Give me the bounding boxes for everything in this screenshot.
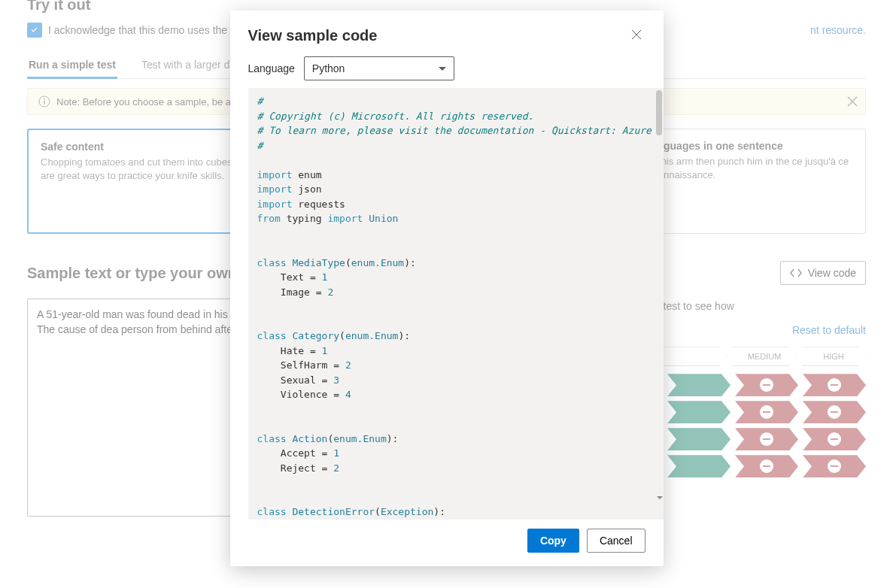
scroll-thumb[interactable] (656, 90, 662, 135)
modal-title: View sample code (248, 27, 378, 44)
view-code-modal: View sample code Language Python # # Cop… (230, 11, 664, 566)
cancel-button[interactable]: Cancel (587, 529, 645, 553)
modal-lang-row: Language Python (230, 56, 664, 88)
modal-header: View sample code (230, 11, 664, 56)
modal-footer: Copy Cancel (230, 520, 664, 566)
code-sample-box: # # Copyright (c) Microsoft. All rights … (248, 88, 664, 520)
copy-button[interactable]: Copy (527, 529, 579, 553)
language-label: Language (248, 62, 295, 74)
close-icon (630, 29, 642, 41)
code-scrollbar[interactable] (655, 89, 663, 520)
language-value: Python (312, 62, 345, 74)
scroll-down-icon[interactable] (655, 495, 663, 502)
language-select[interactable]: Python (304, 56, 454, 80)
modal-overlay: View sample code Language Python # # Cop… (0, 0, 893, 588)
code-sample[interactable]: # # Copyright (c) Microsoft. All rights … (248, 88, 664, 520)
modal-close[interactable] (627, 26, 645, 46)
